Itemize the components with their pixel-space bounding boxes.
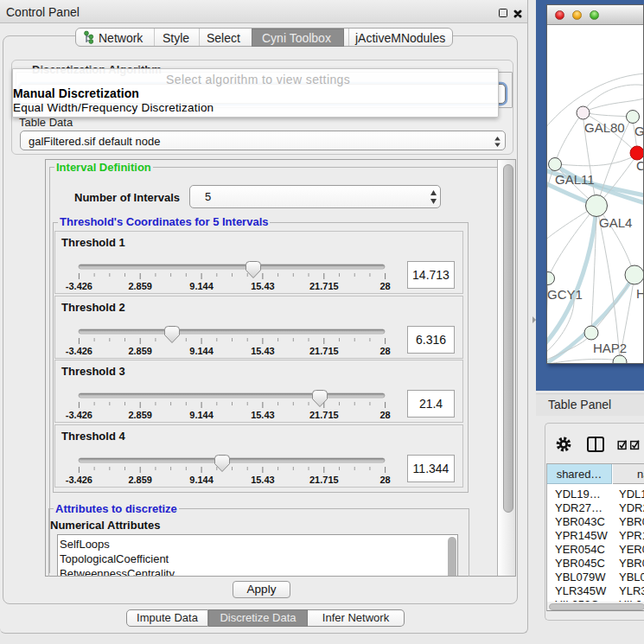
svg-text:-3.426: -3.426 — [66, 410, 92, 420]
svg-text:9.144: 9.144 — [189, 475, 214, 485]
svg-text:21.715: 21.715 — [309, 281, 339, 291]
svg-text:15.43: 15.43 — [251, 410, 275, 420]
svg-text:2.859: 2.859 — [128, 475, 152, 485]
svg-text:21.715: 21.715 — [309, 346, 339, 356]
svg-text:GAL11: GAL11 — [555, 172, 595, 187]
svg-text:2.859: 2.859 — [128, 281, 152, 291]
svg-text:GA: GA — [634, 124, 643, 138]
svg-text:-3.426: -3.426 — [66, 475, 92, 485]
svg-text:-3.426: -3.426 — [66, 346, 92, 356]
svg-text:2.859: 2.859 — [128, 346, 152, 356]
svg-text:15.43: 15.43 — [251, 346, 275, 356]
svg-text:-3.426: -3.426 — [66, 281, 92, 291]
svg-text:GCY1: GCY1 — [547, 287, 583, 302]
svg-text:15.43: 15.43 — [251, 281, 275, 291]
svg-text:15.43: 15.43 — [251, 475, 275, 485]
svg-text:21.715: 21.715 — [309, 410, 339, 420]
svg-text:GAL80: GAL80 — [584, 120, 625, 135]
svg-text:9.144: 9.144 — [189, 410, 214, 420]
svg-text:GAL4: GAL4 — [599, 215, 632, 230]
svg-text:9.144: 9.144 — [189, 281, 214, 291]
svg-text:28: 28 — [379, 346, 390, 356]
svg-text:H: H — [636, 286, 643, 301]
svg-text:C: C — [636, 158, 643, 173]
svg-text:2.859: 2.859 — [128, 410, 152, 420]
svg-text:28: 28 — [379, 475, 390, 485]
svg-text:HAP2: HAP2 — [593, 341, 627, 355]
svg-text:28: 28 — [379, 410, 390, 420]
svg-text:21.715: 21.715 — [309, 475, 339, 485]
svg-text:9.144: 9.144 — [189, 346, 214, 356]
svg-text:28: 28 — [379, 281, 390, 291]
